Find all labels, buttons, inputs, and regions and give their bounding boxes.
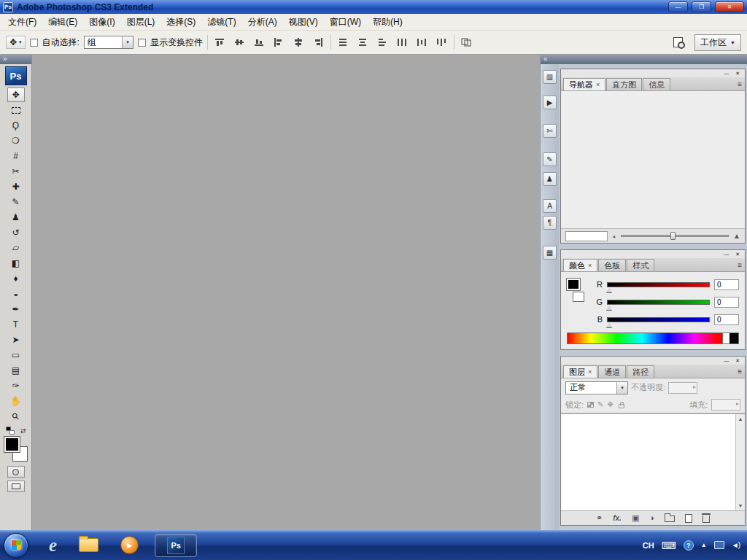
lock-position-icon[interactable]: ✥ [607, 401, 613, 408]
foreground-color-swatch[interactable] [567, 279, 580, 290]
chevron-down-icon[interactable]: ▾ [616, 382, 627, 394]
actions-panel-button[interactable]: ▶ [543, 96, 557, 109]
opacity-field[interactable]: ▸ [668, 382, 697, 394]
explorer-folder-icon[interactable] [79, 538, 98, 552]
panel-menu-icon[interactable]: ≡ [738, 368, 742, 376]
dodge-tool[interactable]: ◒ [7, 287, 25, 301]
tab-close-icon[interactable]: × [588, 368, 592, 376]
tab-paths[interactable]: 路径 [627, 365, 654, 378]
spectrum-gradient[interactable] [568, 333, 722, 343]
menu-analysis[interactable]: 分析(A) [242, 14, 283, 31]
photoshop-taskbar-button[interactable]: Ps [155, 534, 197, 557]
hand-tool[interactable]: ✋ [7, 394, 25, 408]
blue-value-field[interactable]: 0 [714, 314, 739, 325]
minimize-button[interactable]: — [668, 1, 688, 12]
scroll-up-icon[interactable]: ▲ [738, 414, 743, 424]
layer-comps-panel-button[interactable]: ▦ [543, 246, 557, 260]
spectrum-white[interactable] [722, 333, 729, 343]
tool-preset-picker[interactable]: ✥ ▾ [6, 36, 26, 49]
panel-menu-icon[interactable]: ≡ [738, 80, 742, 88]
fill-field[interactable]: ▸ [711, 399, 740, 411]
spectrum-black[interactable] [729, 333, 738, 343]
volume-icon[interactable]: ◄) [732, 541, 740, 549]
layer-mask-icon[interactable]: ▣ [632, 514, 639, 522]
tab-info[interactable]: 信息 [643, 78, 670, 90]
quick-mask-button[interactable] [7, 466, 25, 478]
red-slider-thumb[interactable] [606, 285, 612, 292]
close-button[interactable]: ✕ [715, 1, 744, 12]
blend-mode-select[interactable]: 正常 ▾ [565, 381, 628, 394]
show-transform-checkbox[interactable] [138, 39, 146, 47]
rectangular-marquee-tool[interactable] [7, 103, 25, 117]
quick-selection-tool[interactable]: ❍ [7, 133, 25, 148]
zoom-out-icon[interactable]: ▲ [612, 234, 616, 238]
start-button[interactable] [4, 533, 28, 558]
spinner-arrow-icon[interactable]: ▸ [693, 384, 696, 390]
crop-tool[interactable]: # [7, 149, 25, 163]
layers-list[interactable]: ▲ ▼ [561, 413, 745, 510]
delete-layer-icon[interactable] [703, 516, 710, 523]
new-group-icon[interactable] [665, 516, 675, 522]
auto-align-layers-button[interactable] [459, 36, 474, 50]
layer-style-icon[interactable]: fx. [613, 515, 622, 522]
tab-layers[interactable]: 图层 × [563, 365, 597, 378]
tab-channels[interactable]: 通道 [598, 365, 626, 378]
dock-expand-button[interactable]: « [541, 55, 559, 64]
auto-select-dropdown[interactable]: 组 ▾ [84, 36, 133, 49]
align-bottom-edges-button[interactable] [252, 36, 267, 50]
blue-slider-thumb[interactable] [606, 320, 612, 327]
lock-image-pixels-icon[interactable]: ✎ [597, 401, 603, 408]
screen-mode-button[interactable] [7, 481, 25, 492]
foreground-color-swatch[interactable] [4, 437, 20, 452]
green-slider-thumb[interactable] [606, 303, 612, 310]
tool-presets-panel-button[interactable]: ✄ [543, 124, 557, 138]
rectangle-tool[interactable]: ▭ [7, 348, 25, 362]
history-brush-tool[interactable]: ↺ [7, 225, 25, 240]
default-colors-icon[interactable] [6, 427, 15, 435]
menu-view[interactable]: 视图(V) [283, 14, 324, 31]
blue-slider[interactable] [607, 317, 710, 322]
hidden-icons-arrow[interactable]: ▲ [701, 542, 707, 548]
new-layer-icon[interactable] [685, 514, 692, 523]
blur-tool[interactable]: ♦ [7, 271, 25, 286]
toolbox-collapse-button[interactable]: » [0, 55, 31, 64]
zoom-tool[interactable]: ⚲ [7, 409, 25, 424]
adjustment-layer-icon[interactable]: ◑ [649, 514, 654, 522]
align-horizontal-centers-button[interactable] [291, 36, 306, 50]
zoom-slider[interactable] [621, 235, 729, 237]
menu-select[interactable]: 选择(S) [160, 14, 201, 31]
move-tool[interactable]: ✥ [7, 88, 25, 102]
restore-button[interactable]: ❐ [692, 1, 711, 12]
green-slider[interactable] [607, 300, 710, 305]
panel-minimize-button[interactable]: — [724, 358, 729, 363]
panel-minimize-button[interactable]: — [724, 252, 729, 257]
tab-styles[interactable]: 样式 [627, 259, 654, 271]
eyedropper-tool[interactable]: ✑ [7, 378, 25, 393]
menu-image[interactable]: 图像(I) [83, 14, 120, 31]
display-icon[interactable] [714, 541, 724, 549]
link-layers-icon[interactable]: ⚭ [596, 514, 603, 522]
menu-layer[interactable]: 图层(L) [121, 14, 161, 31]
distribute-horizontal-centers-button[interactable] [414, 36, 430, 50]
distribute-left-edges-button[interactable] [395, 36, 410, 50]
pen-tool[interactable]: ✒ [7, 302, 25, 316]
auto-select-checkbox[interactable] [30, 39, 38, 47]
zoom-slider-thumb[interactable] [670, 232, 676, 240]
distribute-right-edges-button[interactable] [434, 36, 449, 50]
tab-close-icon[interactable]: × [588, 262, 592, 269]
panel-menu-icon[interactable]: ≡ [738, 261, 742, 269]
background-color-swatch[interactable] [573, 292, 584, 302]
notes-tool[interactable]: ▤ [7, 363, 25, 378]
language-indicator[interactable]: CH [643, 541, 654, 550]
chevron-down-icon[interactable]: ▾ [122, 36, 133, 48]
tab-histogram[interactable]: 直方图 [606, 78, 642, 90]
spot-healing-brush-tool[interactable]: ✚ [7, 179, 25, 194]
align-left-edges-button[interactable] [271, 36, 287, 50]
green-value-field[interactable]: 0 [714, 297, 739, 308]
workspace-button[interactable]: 工作区 ▼ [694, 34, 741, 51]
type-tool[interactable]: T [7, 317, 25, 332]
distribute-vertical-centers-button[interactable] [355, 36, 371, 50]
menu-window[interactable]: 窗口(W) [324, 14, 367, 31]
align-right-edges-button[interactable] [311, 36, 326, 50]
panel-close-button[interactable]: ✕ [735, 252, 740, 257]
